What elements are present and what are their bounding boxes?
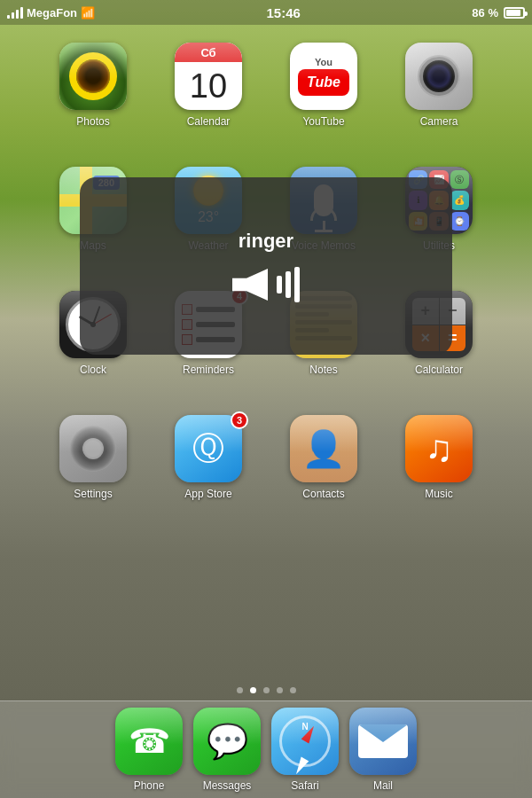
dock-mail[interactable]: Mail	[349, 708, 417, 792]
compass-needle-white-icon	[293, 756, 309, 775]
app-camera[interactable]: Camera	[381, 35, 497, 160]
dock: ☎ Phone 💬 Messages N Safari Mail	[0, 700, 532, 798]
messages-icon: 💬	[193, 708, 261, 775]
reminders-label: Reminders	[183, 364, 234, 376]
page-dots	[0, 687, 532, 693]
status-bar: MegaFon 📶 15:46 86 %	[0, 0, 532, 25]
ringer-overlay: ringer	[80, 177, 452, 355]
contacts-label: Contacts	[302, 488, 344, 500]
wave2-icon	[286, 271, 291, 298]
app-contacts[interactable]: 👤 Contacts	[266, 408, 381, 532]
signal-bars	[7, 6, 23, 19]
envelope-flap-icon	[358, 724, 408, 742]
dot-2[interactable]	[263, 687, 270, 693]
messages-label: Messages	[203, 779, 252, 792]
photos-label: Photos	[76, 115, 109, 128]
calendar-date: 10	[175, 62, 242, 110]
contact-silhouette-icon: 👤	[301, 428, 346, 470]
camera-icon	[405, 43, 473, 110]
mail-icon	[349, 708, 417, 775]
wave3-icon	[294, 267, 300, 302]
dock-phone[interactable]: ☎ Phone	[115, 708, 183, 792]
ringer-label: ringer	[239, 230, 293, 253]
calendar-day: Сб	[175, 43, 242, 62]
music-note-icon: ♫	[425, 430, 453, 467]
youtube-icon: You Tube	[290, 43, 357, 110]
appstore-label: App Store	[184, 488, 231, 500]
time-display: 15:46	[267, 5, 301, 20]
calendar-icon: Сб 10	[175, 43, 242, 110]
youtube-you: You	[298, 57, 349, 67]
dock-safari[interactable]: N Safari	[271, 708, 339, 792]
envelope-icon	[358, 724, 408, 758]
music-label: Music	[425, 488, 452, 500]
phone-icon: ☎	[115, 708, 183, 775]
battery-icon	[504, 7, 525, 19]
status-left: MegaFon 📶	[7, 6, 95, 20]
app-appstore[interactable]: Ⓠ 3 App Store	[151, 408, 266, 532]
dock-messages[interactable]: 💬 Messages	[193, 708, 261, 792]
photos-icon	[59, 43, 127, 110]
camera-label: Camera	[420, 115, 458, 128]
safari-icon: N	[271, 708, 339, 775]
status-right: 86 %	[472, 6, 525, 20]
calculator-label: Calculator	[415, 364, 463, 376]
safari-label: Safari	[291, 779, 318, 792]
dot-0[interactable]	[237, 687, 243, 693]
speaker-icon	[232, 269, 268, 301]
wave1-icon	[277, 276, 282, 293]
app-photos[interactable]: Photos	[35, 35, 151, 160]
messages-bubble-icon: 💬	[207, 722, 248, 761]
phone-label: Phone	[134, 779, 165, 792]
battery-percent: 86 %	[472, 6, 498, 20]
phone-glyph-icon: ☎	[129, 722, 170, 761]
calendar-label: Calendar	[187, 115, 231, 128]
carrier-label: MegaFon	[27, 6, 77, 20]
dot-4[interactable]	[290, 687, 296, 693]
appstore-badge: 3	[231, 411, 248, 429]
youtube-tube: Tube	[307, 74, 340, 90]
app-settings[interactable]: Settings	[35, 408, 151, 532]
wifi-icon: 📶	[81, 6, 95, 20]
dot-3[interactable]	[277, 687, 283, 693]
ringer-icon	[232, 267, 300, 302]
compass-icon: N	[279, 716, 331, 767]
app-calendar[interactable]: Сб 10 Calendar	[151, 35, 266, 160]
youtube-label: YouTube	[302, 115, 344, 128]
notes-label: Notes	[309, 364, 337, 376]
appstore-symbol: Ⓠ	[192, 433, 224, 465]
sound-waves-icon	[277, 267, 300, 302]
app-youtube[interactable]: You Tube YouTube	[266, 35, 381, 160]
settings-icon	[59, 415, 127, 482]
mail-label: Mail	[373, 779, 393, 792]
music-icon: ♫	[405, 415, 473, 482]
clock-label: Clock	[80, 364, 106, 376]
settings-label: Settings	[74, 488, 112, 500]
dot-1[interactable]	[250, 687, 256, 693]
app-music[interactable]: ♫ Music	[381, 408, 497, 532]
contacts-icon: 👤	[290, 415, 357, 482]
